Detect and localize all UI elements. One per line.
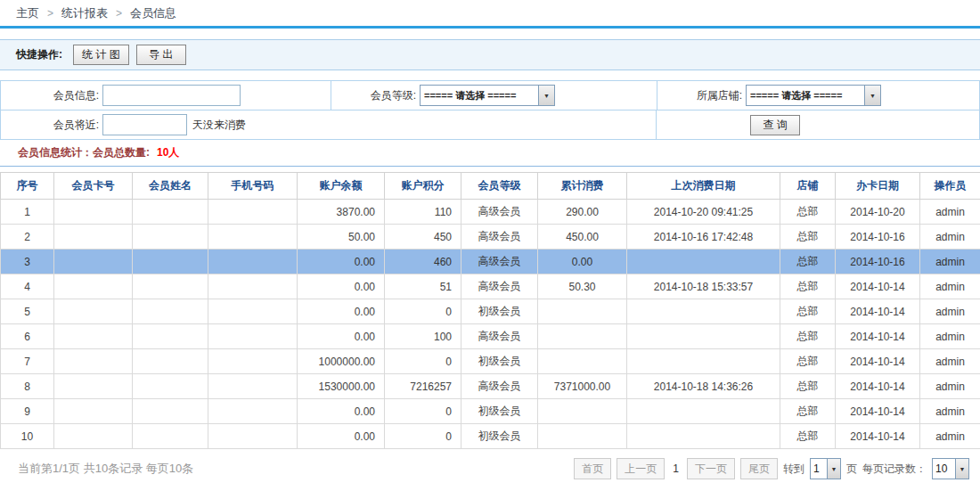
cell-points: 0 <box>385 299 461 324</box>
goto-page-value: 1 <box>811 459 827 479</box>
cell-name <box>133 274 208 299</box>
cell-phone <box>208 200 298 225</box>
next-page-button[interactable]: 下一页 <box>687 458 735 479</box>
last-page-button[interactable]: 尾页 <box>740 458 778 479</box>
table-row[interactable]: 100.000初级会员总部2014-10-14admin <box>1 424 980 449</box>
table-body: 13870.00110高级会员290.002014-10-20 09:41:25… <box>1 200 980 449</box>
breadcrumb-reports[interactable]: 统计报表 <box>61 5 108 21</box>
cell-operator: admin <box>920 324 980 349</box>
cell-last-spent-date <box>627 250 780 274</box>
cell-index: 4 <box>1 274 54 299</box>
cell-total-spent <box>538 299 627 324</box>
page-size-label: 每页记录数： <box>862 462 927 477</box>
table-row[interactable]: 60.00100高级会员总部2014-10-14admin <box>1 324 980 349</box>
cell-index: 5 <box>1 299 54 324</box>
cell-store: 总部 <box>780 299 836 324</box>
cell-phone <box>208 225 298 250</box>
query-button[interactable]: 查 询 <box>750 115 800 135</box>
cell-name <box>133 424 208 449</box>
days-filter: 会员将近: 天没来消费 <box>1 110 657 139</box>
table-row[interactable]: 90.000初级会员总部2014-10-14admin <box>1 399 980 424</box>
breadcrumb-separator: > <box>116 7 122 20</box>
cell-store: 总部 <box>780 250 836 274</box>
cell-index: 1 <box>1 200 54 225</box>
cell-operator: admin <box>920 374 980 399</box>
stats-chart-button[interactable]: 统 计 图 <box>73 45 129 65</box>
page-size-select[interactable]: 10 ▼ <box>932 458 969 479</box>
cell-index: 8 <box>1 374 54 399</box>
first-page-button[interactable]: 首页 <box>574 458 611 479</box>
cell-balance: 0.00 <box>298 274 385 299</box>
filter-row-2: 会员将近: 天没来消费 查 询 <box>1 110 979 139</box>
cell-phone <box>208 250 298 274</box>
cell-store: 总部 <box>780 225 836 250</box>
cell-level: 初级会员 <box>461 399 538 424</box>
cell-level: 高级会员 <box>461 374 538 399</box>
cell-points: 110 <box>385 200 461 225</box>
pagination-controls: 首页 上一页 1 下一页 尾页 转到 1 ▼ 页 每页记录数： 10 ▼ <box>574 458 969 479</box>
table-row[interactable]: 50.000初级会员总部2014-10-14admin <box>1 299 980 324</box>
column-header-store: 店铺 <box>780 173 836 200</box>
filter-row-1: 会员信息: 会员等级: ===== 请选择 ===== ▼ 所属店铺: ====… <box>1 81 979 110</box>
cell-operator: admin <box>920 399 980 424</box>
cell-card-date: 2014-10-14 <box>836 424 920 449</box>
export-button[interactable]: 导 出 <box>136 45 186 65</box>
cell-card-no <box>54 324 133 349</box>
table-row[interactable]: 71000000.000初级会员总部2014-10-14admin <box>1 349 980 374</box>
goto-page-select[interactable]: 1 ▼ <box>810 458 841 479</box>
table-row[interactable]: 40.0051高级会员50.302014-10-18 15:33:57总部201… <box>1 274 980 299</box>
cell-store: 总部 <box>780 324 836 349</box>
cell-total-spent: 7371000.00 <box>538 374 627 399</box>
cell-balance: 1000000.00 <box>298 349 385 374</box>
cell-store: 总部 <box>780 374 836 399</box>
table-row[interactable]: 250.00450高级会员450.002014-10-16 17:42:48总部… <box>1 225 980 250</box>
column-header-last-spent-date: 上次消费日期 <box>627 173 780 200</box>
cell-balance: 0.00 <box>298 399 385 424</box>
breadcrumb-home[interactable]: 主页 <box>16 5 39 21</box>
cell-phone <box>208 349 298 374</box>
cell-total-spent: 450.00 <box>538 225 627 250</box>
cell-card-date: 2014-10-16 <box>836 250 920 274</box>
table-row[interactable]: 13870.00110高级会员290.002014-10-20 09:41:25… <box>1 200 980 225</box>
store-select[interactable]: ===== 请选择 ===== ▼ <box>746 85 881 106</box>
cell-points: 51 <box>385 274 461 299</box>
cell-points: 0 <box>385 424 461 449</box>
table-row[interactable]: 30.00460高级会员0.00总部2014-10-16admin <box>1 250 980 274</box>
column-header-operator: 操作员 <box>920 173 980 200</box>
quick-buttons: 统 计 图导 出 <box>73 45 193 65</box>
days-suffix: 天没来消费 <box>192 118 246 133</box>
filter-panel: 会员信息: 会员等级: ===== 请选择 ===== ▼ 所属店铺: ====… <box>0 80 980 140</box>
footer: 当前第1/1页 共10条记录 每页10条 首页 上一页 1 下一页 尾页 转到 … <box>0 449 980 479</box>
store-filter: 所属店铺: ===== 请选择 ===== ▼ <box>657 81 979 110</box>
cell-points: 0 <box>385 399 461 424</box>
stats-bar: 会员信息统计：会员总数量: 10人 <box>0 140 980 167</box>
member-info-input[interactable] <box>102 85 241 106</box>
breadcrumb-member-info[interactable]: 会员信息 <box>130 5 176 21</box>
member-level-select[interactable]: ===== 请选择 ===== ▼ <box>420 85 555 106</box>
cell-store: 总部 <box>780 200 836 225</box>
cell-phone <box>208 324 298 349</box>
cell-phone <box>208 274 298 299</box>
cell-last-spent-date: 2014-10-16 17:42:48 <box>627 225 780 250</box>
table-row[interactable]: 81530000.007216257高级会员7371000.002014-10-… <box>1 374 980 399</box>
page-size-value: 10 <box>933 459 955 479</box>
cell-total-spent <box>538 324 627 349</box>
stats-label: 会员信息统计：会员总数量: <box>18 145 150 160</box>
cell-name <box>133 324 208 349</box>
cell-store: 总部 <box>780 399 836 424</box>
cell-balance: 50.00 <box>298 225 385 250</box>
stats-value: 10人 <box>157 145 179 160</box>
cell-card-date: 2014-10-14 <box>836 399 920 424</box>
cell-operator: admin <box>920 274 980 299</box>
cell-total-spent: 50.30 <box>538 274 627 299</box>
days-input[interactable] <box>102 114 187 135</box>
breadcrumb: 主页>统计报表>会员信息 <box>0 0 980 26</box>
cell-card-date: 2014-10-14 <box>836 374 920 399</box>
member-table: 序号会员卡号会员姓名手机号码账户余额账户积分会员等级累计消费上次消费日期店铺办卡… <box>0 172 980 449</box>
cell-index: 6 <box>1 324 54 349</box>
pagination-summary: 当前第1/1页 共10条记录 每页10条 <box>18 461 193 477</box>
cell-level: 初级会员 <box>461 349 538 374</box>
member-level-label: 会员等级: <box>331 88 420 103</box>
prev-page-button[interactable]: 上一页 <box>617 458 665 479</box>
cell-balance: 3870.00 <box>298 200 385 225</box>
